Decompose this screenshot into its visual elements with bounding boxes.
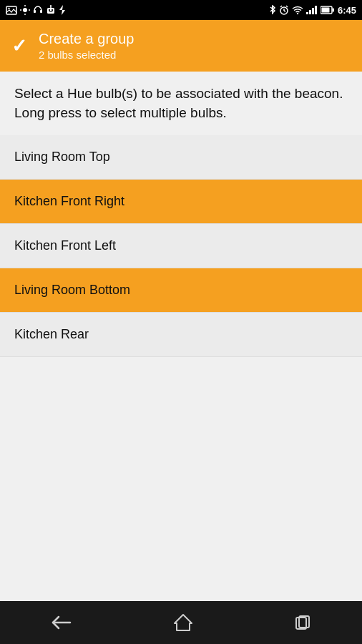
- status-bar: 6:45: [0, 0, 362, 20]
- home-button[interactable]: [160, 608, 207, 638]
- svg-rect-29: [321, 8, 329, 13]
- alarm-icon: [279, 5, 289, 15]
- svg-rect-10: [49, 9, 50, 11]
- svg-rect-7: [34, 10, 36, 13]
- back-button[interactable]: [37, 610, 86, 635]
- svg-marker-31: [175, 615, 192, 630]
- svg-rect-11: [52, 9, 53, 11]
- page-title: Create a group: [39, 30, 134, 47]
- bottom-nav: [0, 601, 362, 644]
- wifi-icon: [292, 6, 303, 14]
- brightness-icon: [20, 5, 30, 15]
- bolt-icon: [59, 5, 66, 15]
- svg-point-1: [8, 7, 9, 9]
- selection-count: 2 bulbs selected: [39, 47, 134, 62]
- confirm-checkmark-icon[interactable]: ✓: [11, 35, 27, 57]
- signal-icon: [306, 6, 318, 14]
- svg-rect-26: [315, 6, 317, 14]
- svg-rect-8: [40, 10, 42, 13]
- svg-rect-9: [47, 8, 54, 14]
- svg-rect-28: [332, 9, 334, 12]
- list-item[interactable]: Kitchen Front Left: [0, 224, 362, 268]
- instructions-text: Select a Hue bulb(s) to be associated wi…: [14, 84, 348, 122]
- image-icon: [6, 6, 17, 15]
- bulb-list: Living Room TopKitchen Front RightKitche…: [0, 135, 362, 601]
- battery-icon: [321, 6, 335, 14]
- status-icons-left: [6, 5, 66, 15]
- svg-rect-23: [306, 12, 308, 14]
- top-bar-text: Create a group 2 bulbs selected: [39, 30, 134, 62]
- status-icons-right: 6:45: [269, 5, 356, 16]
- headset-icon: [33, 5, 43, 15]
- svg-rect-24: [309, 10, 311, 14]
- list-item[interactable]: Living Room Bottom: [0, 268, 362, 313]
- list-item[interactable]: Kitchen Front Right: [0, 180, 362, 224]
- svg-marker-15: [59, 5, 65, 15]
- status-time: 6:45: [338, 5, 356, 16]
- back-arrow-icon: [52, 615, 72, 630]
- svg-line-19: [284, 11, 285, 11]
- robot-icon: [46, 5, 56, 15]
- instructions-section: Select a Hue bulb(s) to be associated wi…: [0, 72, 362, 135]
- svg-point-14: [50, 5, 52, 6]
- list-item[interactable]: Kitchen Rear: [0, 313, 362, 357]
- svg-line-20: [280, 6, 282, 7]
- top-bar: ✓ Create a group 2 bulbs selected: [0, 20, 362, 72]
- svg-point-22: [297, 13, 298, 14]
- home-icon: [174, 613, 192, 632]
- svg-rect-25: [312, 8, 314, 14]
- list-item[interactable]: Living Room Top: [0, 135, 362, 180]
- svg-line-21: [286, 6, 288, 7]
- svg-point-2: [23, 8, 27, 12]
- bluetooth-icon: [269, 5, 276, 15]
- recents-icon: [295, 615, 310, 630]
- recents-button[interactable]: [280, 609, 325, 636]
